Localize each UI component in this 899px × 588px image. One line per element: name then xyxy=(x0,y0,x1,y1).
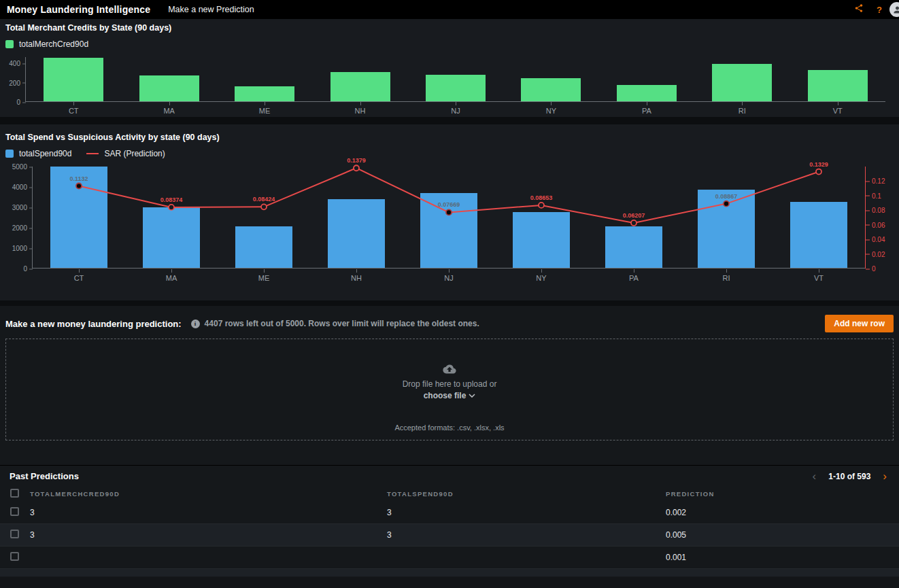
sar-label-RI: 0.08867 xyxy=(706,193,747,200)
chart1-bar-ME[interactable] xyxy=(235,86,294,101)
column-header-totalmerchcred90d[interactable]: TOTALMERCHCRED90D xyxy=(30,490,387,498)
avatar[interactable] xyxy=(889,2,899,17)
chart2-xlabel-CT: CT xyxy=(33,271,125,283)
column-header-totalspend90d[interactable]: TOTALSPEND90D xyxy=(387,490,666,498)
sar-point-PA[interactable] xyxy=(631,220,637,226)
prediction-label: Make a new money laundering prediction: xyxy=(5,319,182,329)
chart1-xlabel-NH: NH xyxy=(312,103,407,116)
chart1-xlabel-RI: RI xyxy=(694,103,790,116)
chart1-bar-NY[interactable] xyxy=(521,78,581,101)
table-row[interactable]: 0.001 xyxy=(0,547,899,569)
merchant-credits-panel: Total Merchant Credits by State (90 days… xyxy=(0,19,899,117)
chart1-ytick-0: 0 xyxy=(16,99,20,106)
chart2-x-axis: CTMAMENHNJNYPARIVT xyxy=(33,271,865,283)
row-checkbox[interactable] xyxy=(10,552,19,561)
legend-line-swatch xyxy=(86,153,99,154)
chart2-xlabel-VT: VT xyxy=(773,271,865,283)
file-dropzone[interactable]: Drop file here to upload or choose file … xyxy=(5,339,894,440)
row-checkbox[interactable] xyxy=(10,507,19,516)
chart2-plot: 0.11320.083740.084240.13790.076690.08653… xyxy=(33,167,865,269)
past-predictions-header: Past Predictions ‹ 1-10 of 593 › xyxy=(0,466,899,485)
chart1-bar-VT[interactable] xyxy=(808,70,868,101)
sar-prediction-line xyxy=(33,167,865,268)
past-predictions-section: Past Predictions ‹ 1-10 of 593 › TOTALME… xyxy=(0,465,899,577)
sar-point-NY[interactable] xyxy=(539,203,544,208)
checkbox-cell xyxy=(0,552,30,563)
chart1-bar-NH[interactable] xyxy=(330,72,390,101)
sar-point-RI[interactable] xyxy=(724,201,729,207)
select-all-checkbox[interactable] xyxy=(10,489,19,498)
chevron-down-icon xyxy=(469,394,475,398)
add-new-row-button[interactable]: Add new row xyxy=(825,315,894,332)
choose-file-button[interactable]: choose file xyxy=(424,391,476,400)
rows-limit-info: 4407 rows left out of 5000. Rows over li… xyxy=(205,319,479,328)
table-cell: 3 xyxy=(387,508,666,517)
pagination-range: 1-10 of 593 xyxy=(828,472,870,481)
chart2: 010002000300040005000 0.11320.083740.084… xyxy=(5,167,894,269)
table-cell: 3 xyxy=(30,508,387,517)
chevron-right-icon[interactable]: › xyxy=(880,472,889,481)
checkbox-cell xyxy=(0,530,30,540)
table-row[interactable]: 330.005 xyxy=(0,524,899,547)
table-cell: 3 xyxy=(30,530,387,540)
chevron-left-icon[interactable]: ‹ xyxy=(810,472,819,481)
chart2-xlabel-ME: ME xyxy=(218,271,310,283)
info-icon: i xyxy=(191,319,200,328)
sar-label-PA: 0.06207 xyxy=(613,212,654,219)
sar-label-NJ: 0.07669 xyxy=(428,201,469,208)
dropzone-text: Drop file here to upload or xyxy=(6,379,893,389)
chart2-right-ytick-0.02: 0.02 xyxy=(872,250,885,258)
sar-point-ME[interactable] xyxy=(261,204,267,209)
column-header-prediction[interactable]: PREDICTION xyxy=(666,490,899,498)
chart1-bar-CT[interactable] xyxy=(44,58,103,101)
table-row-partial xyxy=(0,569,899,576)
chart2-left-ytick-5000: 5000 xyxy=(12,163,27,171)
share-icon[interactable] xyxy=(849,3,869,16)
sar-point-CT[interactable] xyxy=(76,184,82,189)
chart2-xlabel-NY: NY xyxy=(495,271,588,283)
legend-item-totalMerchCred90d[interactable]: totalMerchCred90d xyxy=(19,39,88,49)
pagination: ‹ 1-10 of 593 › xyxy=(810,472,889,481)
chart2-left-ytick-3000: 3000 xyxy=(12,204,27,211)
help-icon[interactable]: ? xyxy=(869,5,889,15)
legend-item-sar-prediction[interactable]: SAR (Prediction) xyxy=(104,149,165,158)
sar-point-NH[interactable] xyxy=(354,165,359,171)
chart2-xlabel-RI: RI xyxy=(680,271,773,283)
chart2-right-ytick-0.12: 0.12 xyxy=(872,177,885,185)
table-cell: 0.001 xyxy=(666,553,899,562)
sar-label-ME: 0.08424 xyxy=(243,196,284,203)
chart1-legend: totalMerchCred90d xyxy=(5,39,894,49)
legend-item-totalSpend90d[interactable]: totalSpend90d xyxy=(19,149,71,158)
sar-point-VT[interactable] xyxy=(816,169,821,175)
nav-make-prediction[interactable]: Make a new Prediction xyxy=(168,5,254,14)
chart1-xlabel-MA: MA xyxy=(121,103,216,116)
chart1-bar-MA[interactable] xyxy=(139,75,199,101)
sar-point-NJ[interactable] xyxy=(446,209,452,215)
app-header: Money Laundering Intelligence Make a new… xyxy=(0,0,899,19)
chart1-x-axis: CTMAMENHNJNYPARIVT xyxy=(26,103,885,116)
chart2-right-ytick-0.08: 0.08 xyxy=(872,207,885,214)
section-divider xyxy=(0,117,899,124)
sar-label-MA: 0.08374 xyxy=(151,196,192,203)
chart1-bar-NJ[interactable] xyxy=(426,75,486,101)
chart2-legend: totalSpend90d SAR (Prediction) xyxy=(5,149,894,158)
chart2-left-axis: 010002000300040005000 xyxy=(5,167,33,269)
chart2-xlabel-PA: PA xyxy=(588,271,680,283)
chart2-right-ytick-0.04: 0.04 xyxy=(872,236,885,243)
new-prediction-section: Make a new money laundering prediction: … xyxy=(0,306,899,465)
row-checkbox[interactable] xyxy=(10,530,19,538)
chart1-xlabel-CT: CT xyxy=(26,103,121,116)
chart1-bar-PA[interactable] xyxy=(617,85,677,101)
chart2-left-ytick-2000: 2000 xyxy=(12,224,27,232)
chart2-right-ytick-0: 0 xyxy=(872,265,876,273)
legend-swatch-blue xyxy=(5,150,14,158)
table-row[interactable]: 330.002 xyxy=(0,502,899,524)
chart1-bar-RI[interactable] xyxy=(712,64,772,101)
choose-file-label: choose file xyxy=(424,391,467,400)
sar-point-MA[interactable] xyxy=(169,205,174,210)
chart2-left-ytick-0: 0 xyxy=(23,265,27,273)
section-divider xyxy=(0,300,899,306)
past-predictions-title: Past Predictions xyxy=(10,471,79,481)
table-cell: 0.002 xyxy=(666,508,899,517)
sar-label-CT: 0.1132 xyxy=(58,175,99,182)
